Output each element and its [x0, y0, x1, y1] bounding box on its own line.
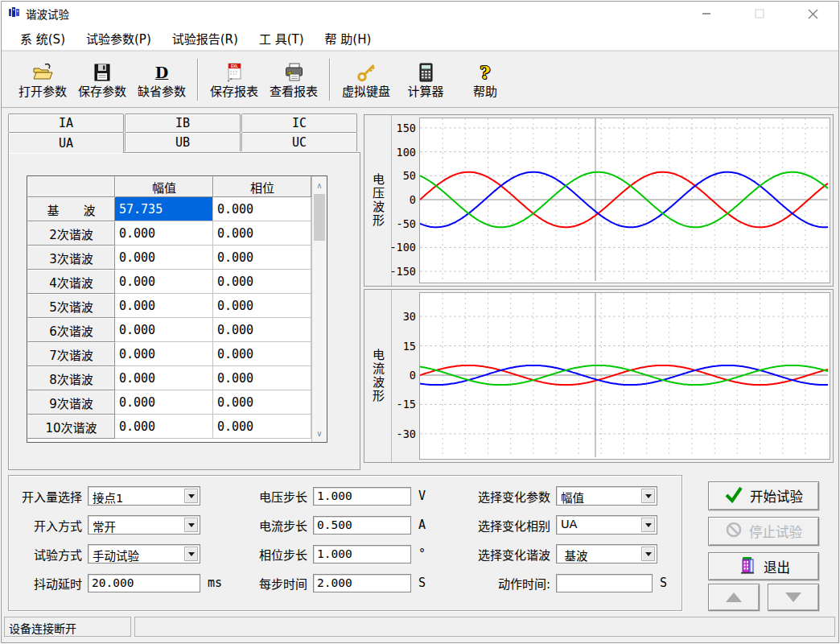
menu-help[interactable]: 帮 助(H) — [315, 26, 382, 51]
change-parameter-select[interactable]: 幅值 — [556, 486, 657, 506]
amplitude-cell[interactable]: 0.000 — [115, 246, 213, 270]
waveform-canvas — [420, 293, 828, 457]
step-up-button[interactable] — [708, 584, 760, 611]
key-icon — [356, 60, 377, 85]
input-mode-select[interactable]: 常开 — [88, 515, 200, 535]
current-waveform-label: 电流波形 — [364, 290, 392, 462]
phase-cell[interactable]: 0.000 — [213, 270, 311, 294]
view-report-button-label: 查看报表 — [270, 85, 318, 99]
table-header-cell: 相位 — [213, 176, 311, 197]
stop-icon — [725, 521, 743, 542]
printer-icon — [283, 60, 305, 85]
dropdown-button[interactable] — [641, 489, 655, 503]
voltage-step-field-unit: V — [418, 489, 426, 503]
amplitude-cell[interactable]: 0.000 — [115, 415, 213, 439]
calculator-button[interactable]: 计算器 — [396, 56, 455, 104]
exit-button[interactable]: 退出 — [708, 552, 819, 580]
action-time-field[interactable] — [556, 574, 653, 592]
help-button[interactable]: ?帮助 — [455, 56, 515, 104]
table-scrollbar[interactable]: ∧ ∨ — [311, 176, 327, 442]
dropdown-button[interactable] — [184, 518, 198, 532]
save-report-button[interactable]: EXL保存报表 — [204, 56, 264, 104]
chevron-down-icon[interactable]: ∨ — [312, 426, 327, 440]
chevron-up-icon[interactable]: ∧ — [312, 178, 327, 192]
row-label-cell: 2次谐波 — [27, 221, 115, 246]
y-tick-label: 15 — [403, 340, 416, 353]
minimize-button[interactable] — [689, 2, 724, 26]
table-row: 4次谐波0.0000.000 — [27, 270, 311, 294]
chevron-down-icon — [188, 494, 195, 498]
phase-cell[interactable]: 0.000 — [213, 318, 311, 342]
save-params-button[interactable]: 保存参数 — [72, 56, 132, 104]
phase-cell[interactable]: 0.000 — [213, 294, 311, 318]
save-params-button-label: 保存参数 — [78, 85, 126, 99]
virtual-keyboard-button[interactable]: 虚拟键盘 — [336, 56, 396, 104]
tab-uc[interactable]: UC — [241, 132, 357, 151]
phase-cell[interactable]: 0.000 — [213, 221, 311, 246]
app-icon — [8, 6, 21, 22]
start-test-button[interactable]: 开始试验 — [708, 481, 819, 510]
menu-system[interactable]: 系 统(S) — [10, 26, 76, 51]
row-label-cell: 5次谐波 — [27, 294, 115, 318]
debounce-delay-field[interactable] — [88, 574, 200, 592]
phase-cell[interactable]: 0.000 — [213, 246, 311, 270]
stop-test-button[interactable]: 停止试验 — [708, 517, 819, 546]
amplitude-cell[interactable]: 0.000 — [115, 270, 213, 294]
export-report-icon: EXL — [224, 60, 245, 85]
change-phase-select[interactable]: UA — [556, 515, 657, 535]
row-label-cell: 基 波 — [27, 197, 115, 221]
phase-cell[interactable]: 0.000 — [213, 366, 311, 390]
amplitude-cell[interactable]: 57.735 — [115, 197, 213, 221]
step-time-field[interactable] — [313, 574, 411, 592]
row-label-cell: 8次谐波 — [27, 366, 115, 390]
dropdown-button[interactable] — [184, 489, 198, 503]
amplitude-cell[interactable]: 0.000 — [115, 390, 213, 415]
tab-ic[interactable]: IC — [241, 114, 357, 132]
change-parameter-select-label: 选择变化参数 — [456, 488, 556, 505]
amplitude-cell[interactable]: 0.000 — [115, 366, 213, 390]
tab-ua[interactable]: UA — [8, 132, 124, 153]
amplitude-cell[interactable]: 0.000 — [115, 318, 213, 342]
debounce-delay-field-label: 抖动延时 — [17, 575, 88, 592]
voltage-step-field[interactable] — [313, 487, 411, 506]
amplitude-cell[interactable]: 0.000 — [115, 221, 213, 246]
dropdown-button[interactable] — [184, 547, 198, 561]
input-mode-select-value: 常开 — [93, 518, 116, 535]
phase-step-field[interactable] — [313, 545, 411, 564]
test-mode-select[interactable]: 手动试验 — [88, 544, 200, 564]
menu-test-parameters[interactable]: 试验参数(P) — [76, 26, 162, 51]
y-tick-label: 0 — [410, 193, 416, 206]
phase-cell[interactable]: 0.000 — [213, 390, 311, 415]
tab-ub[interactable]: UB — [125, 132, 241, 151]
change-harmonic-select[interactable]: 基波 — [556, 544, 657, 564]
current-step-field[interactable] — [313, 516, 411, 535]
toolbar-separator — [197, 59, 199, 101]
switch-input-select[interactable]: 接点1 — [88, 486, 200, 506]
debounce-delay-field-row: 抖动延时ms — [17, 572, 222, 593]
phase-cell[interactable]: 0.000 — [213, 342, 311, 366]
view-report-button[interactable]: 查看报表 — [264, 56, 323, 104]
menu-test-report[interactable]: 试验报告(R) — [162, 26, 249, 51]
svg-text:EXL: EXL — [231, 64, 238, 68]
y-tick-label: -150 — [389, 265, 416, 278]
tab-ia[interactable]: IA — [8, 114, 124, 132]
amplitude-cell[interactable]: 0.000 — [115, 342, 213, 366]
amplitude-cell[interactable]: 0.000 — [115, 294, 213, 318]
default-params-button[interactable]: D缺省参数 — [132, 56, 191, 104]
close-button[interactable] — [795, 2, 830, 26]
default-params-button-label: 缺省参数 — [138, 85, 186, 99]
row-label-cell: 6次谐波 — [27, 318, 115, 342]
dropdown-button[interactable] — [641, 547, 655, 561]
menu-tools[interactable]: 工 具(T) — [249, 26, 315, 51]
open-params-button[interactable]: 打开参数 — [13, 56, 72, 104]
dropdown-button[interactable] — [641, 518, 655, 532]
phase-cell[interactable]: 0.000 — [213, 197, 311, 221]
phase-cell[interactable]: 0.000 — [213, 415, 311, 439]
tab-ib[interactable]: IB — [125, 114, 241, 132]
status-message-area — [134, 617, 835, 637]
scrollbar-thumb[interactable] — [314, 194, 325, 241]
help-button-label: 帮助 — [473, 85, 497, 99]
table-row: 8次谐波0.0000.000 — [27, 366, 311, 390]
maximize-button[interactable] — [742, 2, 777, 26]
step-down-button[interactable] — [768, 584, 819, 611]
